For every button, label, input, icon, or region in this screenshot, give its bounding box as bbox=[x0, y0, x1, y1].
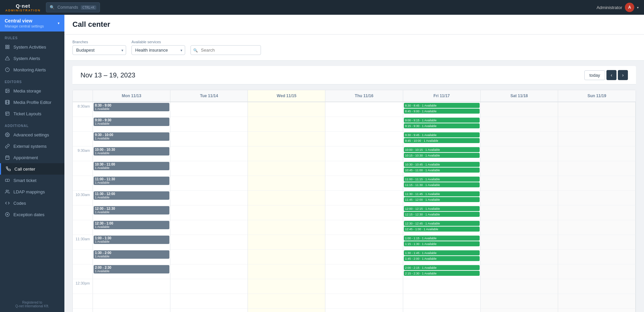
slot[interactable]: 12:00 - 12:301 Available bbox=[94, 206, 169, 214]
slot[interactable]: 1:15 - 1:30 · 1 Available bbox=[404, 241, 480, 246]
slot[interactable]: 10:00 - 10:15 · 1 Available bbox=[404, 147, 480, 152]
sidebar-item-monitoring-alerts[interactable]: Monitoring Alerts bbox=[0, 64, 64, 75]
slot[interactable]: 8:45 - 9:00 · 1 Available bbox=[404, 109, 480, 114]
slot[interactable]: 1:30 - 1:45 · 1 Available bbox=[404, 250, 480, 255]
command-label: Commands bbox=[57, 5, 78, 10]
time-label: 10:30am bbox=[73, 191, 93, 205]
cal-cell-sat bbox=[481, 117, 558, 132]
slot[interactable]: 11:00 - 11:15 · 1 Available bbox=[404, 177, 480, 182]
slot[interactable]: 12:15 - 12:30 · 1 Available bbox=[404, 212, 480, 217]
section-additional-label: ADDITIONAL bbox=[0, 119, 64, 129]
slot[interactable]: 10:30 - 10:45 · 1 Available bbox=[404, 162, 480, 167]
prev-button[interactable]: ‹ bbox=[606, 70, 616, 80]
slot[interactable]: 1:30 - 2:001 Available bbox=[94, 250, 169, 259]
sidebar-item-media-storage[interactable]: Media storage bbox=[0, 85, 64, 97]
slot[interactable]: 8:30 - 8:45 · 1 Available bbox=[404, 103, 480, 108]
slot[interactable]: 1:00 - 1:15 · 1 Available bbox=[404, 236, 480, 241]
cal-cell-sat bbox=[481, 191, 558, 205]
slot[interactable]: 12:30 - 12:45 · 1 Available bbox=[404, 221, 480, 226]
slot[interactable]: 10:45 - 11:00 · 1 Available bbox=[404, 168, 480, 173]
sidebar-item-ticket-layouts[interactable]: Ticket Layouts bbox=[0, 108, 64, 119]
sidebar-item-call-center[interactable]: Call center bbox=[0, 163, 64, 175]
slot[interactable]: 10:00 - 10:301 Available bbox=[94, 147, 169, 155]
cal-cell-sat bbox=[481, 205, 558, 220]
sidebar-item-codes[interactable]: Codes bbox=[0, 197, 64, 209]
slot[interactable]: 11:15 - 11:30 · 1 Available bbox=[404, 182, 480, 187]
sidebar-item-label: Codes bbox=[13, 201, 26, 206]
slot[interactable]: 1:00 - 1:301 Available bbox=[94, 236, 169, 244]
time-label bbox=[73, 309, 93, 312]
slot[interactable]: 11:30 - 11:45 · 1 Available bbox=[404, 191, 480, 196]
cal-cell-wed bbox=[248, 264, 325, 279]
sidebar-item-exception-dates[interactable]: Exception dates bbox=[0, 209, 64, 220]
x-circle-icon bbox=[5, 212, 10, 217]
film-icon bbox=[5, 100, 10, 105]
sidebar-item-system-alerts[interactable]: System Alerts bbox=[0, 53, 64, 64]
sidebar-item-advanced-settings[interactable]: Advanced settings bbox=[0, 129, 64, 140]
slot[interactable]: 9:45 - 10:00 · 1 Available bbox=[404, 138, 480, 143]
cal-cell-tue bbox=[170, 117, 248, 132]
sidebar-item-system-activities[interactable]: System Activities bbox=[0, 41, 64, 53]
slot[interactable]: 9:00 - 9:301 Available bbox=[94, 118, 169, 126]
slot[interactable]: 2:00 - 2:15 · 1 Available bbox=[404, 265, 480, 270]
services-field-group: Available services Health insurance bbox=[131, 40, 185, 55]
users-icon bbox=[5, 189, 10, 194]
today-button[interactable]: today bbox=[584, 70, 605, 80]
image-icon bbox=[5, 88, 10, 93]
search-input[interactable] bbox=[191, 45, 261, 55]
sidebar-item-label: Ticket Layouts bbox=[13, 111, 41, 116]
cal-cell-wed bbox=[248, 235, 325, 250]
slot[interactable]: 9:30 - 9:45 · 1 Available bbox=[404, 132, 480, 137]
sidebar-item-external-systems[interactable]: External systems bbox=[0, 140, 64, 152]
slot[interactable]: 9:15 - 9:30 · 1 Available bbox=[404, 123, 480, 128]
cal-cell-sat bbox=[481, 250, 558, 264]
cal-cell-tue bbox=[170, 205, 248, 220]
cal-cell-wed bbox=[248, 279, 325, 294]
sidebar-central-view[interactable]: Central view Manage central settings ▾ bbox=[0, 15, 64, 32]
slot[interactable]: 10:15 - 10:30 · 1 Available bbox=[404, 153, 480, 158]
next-button[interactable]: › bbox=[618, 70, 628, 80]
time-label bbox=[73, 176, 93, 191]
logo-sub: ADMINISTRATION bbox=[5, 9, 41, 12]
slot[interactable]: 12:30 - 1:001 Available bbox=[94, 221, 169, 229]
slot[interactable]: 2:00 - 2:301 Available bbox=[94, 265, 169, 273]
svg-rect-23 bbox=[6, 156, 9, 160]
cal-cell-fri: 11:00 - 11:15 · 1 Available11:15 - 11:30… bbox=[403, 176, 481, 191]
sidebar: Central view Manage central settings ▾ R… bbox=[0, 15, 64, 312]
slot[interactable]: 9:30 - 10:001 Available bbox=[94, 132, 169, 141]
cal-cell-sat bbox=[481, 309, 558, 312]
sidebar-item-label: External systems bbox=[13, 144, 47, 149]
branches-select[interactable]: Budapest bbox=[72, 45, 126, 55]
sidebar-footer: Registered to Q-net International Kft. bbox=[0, 297, 64, 312]
sidebar-item-smart-ticket[interactable]: Smart ticket bbox=[0, 175, 64, 186]
slot[interactable]: 11:45 - 12:00 · 1 Available bbox=[404, 197, 480, 202]
slot[interactable]: 1:45 - 2:00 · 1 Available bbox=[404, 256, 480, 261]
time-label bbox=[73, 294, 93, 309]
branches-label: Branches bbox=[72, 40, 126, 44]
time-label: 11:30am bbox=[73, 235, 93, 250]
chevron-down-icon[interactable]: ▾ bbox=[637, 6, 639, 9]
cal-cell-fri bbox=[403, 279, 481, 294]
slot[interactable]: 11:30 - 12:001 Available bbox=[94, 191, 169, 200]
central-view-title: Central view bbox=[5, 18, 44, 23]
cal-cell-sat bbox=[481, 294, 558, 309]
cal-cell-wed bbox=[248, 176, 325, 191]
slot[interactable]: 11:00 - 11:301 Available bbox=[94, 177, 169, 185]
sidebar-item-media-profile-editor[interactable]: Media Profile Editor bbox=[0, 97, 64, 108]
command-bar[interactable]: 🔍 Commands CTRL+K bbox=[46, 2, 100, 12]
sidebar-item-label: Appointment bbox=[13, 155, 38, 160]
cal-cell-sat bbox=[481, 220, 558, 235]
sidebar-item-appointment[interactable]: Appointment bbox=[0, 152, 64, 163]
svg-point-10 bbox=[6, 90, 7, 90]
slot[interactable]: 8:30 - 9:001 Available bbox=[94, 103, 169, 111]
slot[interactable]: 2:15 - 2:30 · 1 Available bbox=[404, 271, 480, 276]
sidebar-item-ldap-mappings[interactable]: LDAP mappings bbox=[0, 186, 64, 197]
services-select[interactable]: Health insurance bbox=[131, 45, 185, 55]
slot[interactable]: 12:45 - 1:00 · 1 Available bbox=[404, 227, 480, 232]
slot[interactable]: 9:00 - 9:15 · 1 Available bbox=[404, 118, 480, 123]
slot[interactable]: 12:00 - 12:15 · 1 Available bbox=[404, 206, 480, 211]
slot[interactable]: 10:30 - 11:001 Available bbox=[94, 162, 169, 170]
avatar: A bbox=[625, 3, 634, 12]
cal-cell-tue bbox=[170, 132, 248, 146]
nav-buttons: today ‹ › bbox=[584, 70, 628, 80]
